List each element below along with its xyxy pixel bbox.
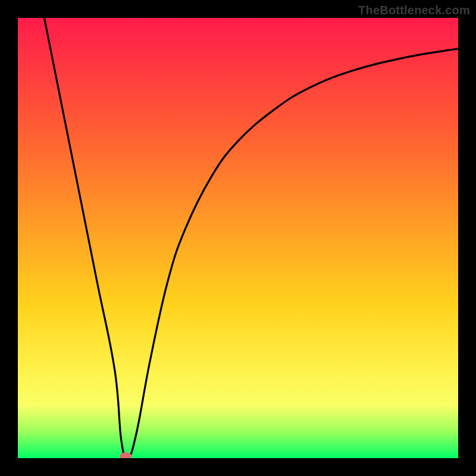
bottleneck-curve xyxy=(44,18,458,458)
min-marker xyxy=(120,452,131,458)
chart-frame: TheBottleneck.com xyxy=(0,0,476,476)
watermark-text: TheBottleneck.com xyxy=(358,4,470,17)
plot-area xyxy=(18,18,458,458)
curve-layer xyxy=(18,18,458,458)
